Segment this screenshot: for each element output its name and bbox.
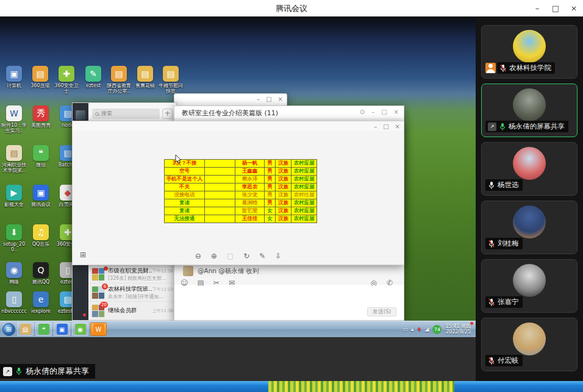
- table-cell: [205, 160, 235, 168]
- desktop-icon[interactable]: ♫QQ音乐: [27, 224, 54, 247]
- desktop-icon[interactable]: eiexplore: [27, 291, 54, 314]
- clock-date: 2022/8/25: [445, 329, 471, 335]
- send-button[interactable]: 发送(S): [367, 307, 396, 316]
- desktop-icon[interactable]: ⬇setup_200..: [1, 224, 27, 252]
- minimize-icon[interactable]: –: [374, 123, 377, 130]
- desktop-icon[interactable]: ▤陕西省教育厅办公室..: [106, 66, 132, 94]
- desktop-icon[interactable]: ❝微信: [27, 145, 54, 168]
- taskbar-button-explorer[interactable]: ▤: [17, 323, 34, 336]
- minimize-icon[interactable]: –: [257, 96, 260, 102]
- desktop-icon[interactable]: Q腾讯QQ: [27, 262, 54, 285]
- participant-tile[interactable]: 张嘉宁: [481, 259, 578, 313]
- zoom-out-icon[interactable]: ⊖: [195, 252, 201, 260]
- start-button[interactable]: ⊞: [2, 323, 15, 336]
- chat-input-field[interactable]: 发送(S): [174, 286, 404, 320]
- taskbar-button-360-browser[interactable]: ◉: [72, 323, 88, 336]
- table-cell: 3次？不接: [165, 160, 205, 168]
- add-chat-button[interactable]: +: [162, 109, 173, 119]
- security-score-badge[interactable]: 74: [432, 325, 442, 334]
- app-icon: ◉: [6, 262, 22, 278]
- app-icon: ❝: [33, 145, 49, 161]
- desktop-icon[interactable]: ▯nbvcccccc: [1, 291, 27, 314]
- qq-tray-icon[interactable]: ♦: [417, 326, 421, 332]
- desktop-icon[interactable]: ▤360压缩: [27, 66, 54, 88]
- desktop-icon[interactable]: ▣腾讯会议: [27, 185, 54, 207]
- maximize-icon[interactable]: □: [266, 96, 271, 102]
- app-icon: ▶: [6, 185, 22, 201]
- table-cell: 李思农: [235, 184, 265, 191]
- table-cell: 杨一帆: [235, 160, 265, 168]
- taskbar-button-wps[interactable]: W: [90, 323, 107, 336]
- desktop-icon-label: 网络: [1, 279, 27, 285]
- desktop-icon-label: eztest: [80, 83, 107, 88]
- chat-time: 上午11:38: [152, 308, 173, 314]
- viewer-titlebar[interactable]: [73, 121, 404, 131]
- mic-muted-icon: [488, 298, 495, 307]
- table-row: 3次？不接杨一帆男汉族农村应届: [165, 160, 317, 168]
- desktop-icon[interactable]: ▤河南职业技术学院奖..: [1, 145, 27, 173]
- show-hidden-icons-arrow[interactable]: ▴: [411, 326, 414, 332]
- table-row: 不关李思农男汉族农村应届: [165, 184, 317, 191]
- download-icon[interactable]: ⇩: [275, 252, 281, 260]
- table-cell: [205, 184, 235, 191]
- desktop-icon[interactable]: W附件10：学生实习..: [1, 105, 27, 134]
- close-icon[interactable]: ×: [395, 123, 400, 130]
- chat-list-item[interactable]: 20继续会员群上午11:38: [88, 302, 176, 320]
- sender-avatar[interactable]: [183, 266, 193, 276]
- table-row: 复读贺艺莹女汉族农村应届: [165, 207, 317, 215]
- minimize-icon[interactable]: –: [371, 109, 374, 115]
- contact-profile-icon[interactable]: ⊙: [360, 109, 365, 115]
- rotate-icon[interactable]: ↻: [243, 252, 249, 260]
- chat-list-item[interactable]: 市级在职党员财..下午12:56[326条] 财政局社区支部…: [88, 265, 176, 283]
- participant-name: 农林科技学院: [509, 63, 551, 73]
- zoom-in-icon[interactable]: ⊕: [211, 252, 217, 260]
- chat-window-titlebar[interactable]: 教研室主任专业介绍美篇版 (11) ⊙ – □ × ···: [174, 106, 404, 118]
- desktop-icon[interactable]: ▤牛姆节慰问扶贫: [157, 66, 184, 94]
- wechat-user-avatar[interactable]: [76, 110, 85, 120]
- participant-tile[interactable]: 农林科技学院: [481, 25, 578, 79]
- search-input[interactable]: 搜索: [92, 109, 160, 119]
- mic-icon: [488, 181, 495, 190]
- desktop-icon[interactable]: ✎eztest: [80, 66, 107, 88]
- maximize-icon[interactable]: □: [381, 109, 387, 115]
- input-method-icon[interactable]: ▭: [402, 326, 408, 332]
- taskbar-button-tencent-meeting[interactable]: ▣: [54, 323, 70, 336]
- maximize-icon[interactable]: □: [383, 123, 388, 130]
- network-signal-icon[interactable]: ◢: [424, 326, 429, 332]
- taskbar-clock[interactable]: 15:41 周四 2022/8/25: [445, 324, 471, 335]
- desktop-icon-label: 腾讯会议: [27, 202, 54, 207]
- local-taskbar-strip[interactable]: [0, 381, 583, 392]
- app-icon: Q: [33, 262, 49, 278]
- taskbar-buttons: ▤❝▣◉W: [17, 323, 107, 336]
- app-icon: ♫: [33, 224, 49, 240]
- app-icon: ▣: [33, 185, 49, 201]
- desktop-icon[interactable]: ✚360安全卫士: [53, 66, 80, 94]
- app-icon: ▤: [32, 66, 48, 82]
- edit-icon[interactable]: ✎: [259, 252, 265, 260]
- chat-list-item[interactable]: 6农林科技学院班..下午12:23吴永丰: [链接]开学通知…: [88, 283, 176, 302]
- close-icon[interactable]: ×: [394, 109, 399, 115]
- participant-tile[interactable]: 刘桂梅: [481, 201, 578, 254]
- participant-avatar: [513, 323, 546, 355]
- search-placeholder: 搜索: [101, 110, 112, 118]
- mic-muted-icon: [488, 240, 495, 248]
- screen-share-icon: ↗: [488, 123, 496, 131]
- participant-avatar: [513, 147, 546, 180]
- tray-alert-dot: [470, 322, 473, 325]
- chat-name: 市级在职党员财..: [108, 267, 152, 275]
- chat-message: @Ann @杨永倩 收到: [183, 266, 259, 276]
- desktop-icon[interactable]: 秀美图秀秀: [27, 105, 54, 128]
- chat-window-title: 教研室主任专业介绍美篇版 (11): [182, 109, 278, 118]
- desktop-icon[interactable]: ▣计算机: [1, 66, 27, 88]
- desktop-icon[interactable]: ▶影视大全: [1, 185, 27, 207]
- participant-tile[interactable]: ↗杨永倩的屏幕共享: [481, 84, 578, 137]
- participant-tile[interactable]: 杨世选: [481, 142, 578, 196]
- table-cell: [205, 191, 235, 199]
- desktop-icon[interactable]: ◉网络: [1, 262, 27, 285]
- participant-tile[interactable]: 付宏岐: [481, 318, 578, 371]
- table-cell: 女: [265, 215, 276, 223]
- desktop-icon[interactable]: ▤售票花销: [132, 66, 159, 88]
- taskbar-button-wechat[interactable]: ❝: [35, 323, 52, 336]
- close-icon[interactable]: ×: [278, 96, 283, 102]
- table-row: 手机不是这个人樊永泽男汉族农村应届: [165, 176, 317, 184]
